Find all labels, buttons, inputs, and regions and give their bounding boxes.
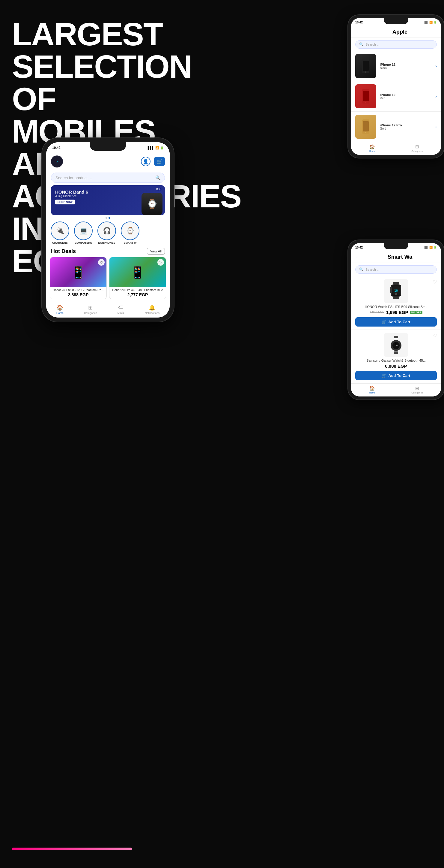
samsung-add-label: Add To Cart bbox=[388, 373, 410, 378]
nav-categories[interactable]: ⊞ Categories bbox=[84, 304, 97, 314]
svg-rect-7 bbox=[363, 121, 369, 131]
smartwatch-phone-screen: 10.42 ▌▌ 📶 🔋 ← Smart Wa 🔍 Search ... bbox=[351, 243, 441, 397]
apple-time: 10.42 bbox=[355, 21, 363, 24]
iphone-gold-chevron-icon: › bbox=[435, 124, 437, 129]
notifications-icon: 🔔 bbox=[149, 304, 155, 311]
iphone-gold-name: iPhone 12 Pro bbox=[380, 123, 435, 127]
search-bar[interactable]: Search for product ... 🔍 bbox=[51, 173, 165, 183]
apple-search-placeholder: Search ... bbox=[366, 42, 380, 46]
svg-rect-1 bbox=[363, 61, 369, 71]
samsung-watch-wishlist-icon[interactable]: ♡ bbox=[433, 333, 437, 339]
iphone-black-chevron-icon: › bbox=[435, 64, 437, 68]
svg-rect-9 bbox=[393, 282, 399, 284]
cart-icon[interactable]: 🛒 bbox=[154, 157, 165, 166]
main-phone-screen: 10.42 ▌▌▌ 📶 🔋 D+ 👤 🛒 bbox=[46, 142, 170, 317]
apple-battery-icon: 🔋 bbox=[434, 21, 437, 24]
app-logo: D+ bbox=[51, 155, 63, 167]
svg-rect-15 bbox=[393, 297, 399, 299]
samsung-watch-price: 6,888 EGP bbox=[385, 364, 407, 369]
svg-rect-4 bbox=[363, 91, 369, 101]
dot-2 bbox=[108, 217, 110, 219]
app-header-icons: 👤 🛒 bbox=[141, 157, 165, 166]
honor-watch-card[interactable]: ♡ 10 08 HONOR Watch ES HES-B09 Silicone … bbox=[351, 276, 441, 330]
apple-bottom-nav: 🏠 Home ⊞ Categories bbox=[351, 142, 441, 155]
deals-label: Deals bbox=[117, 311, 125, 314]
apple-page-title: Apple bbox=[363, 29, 437, 35]
svg-rect-23 bbox=[394, 351, 398, 354]
back-button[interactable]: ← bbox=[355, 29, 361, 35]
apple-nav-categories[interactable]: ⊞ Categories bbox=[411, 144, 423, 152]
battery-icon: 🔋 bbox=[160, 146, 164, 150]
iphone-gold-image bbox=[355, 115, 376, 139]
sw-search-placeholder: Search ... bbox=[366, 268, 380, 271]
product-name-2: Honor 20 Lite 4G 128G Phantom Blue bbox=[109, 287, 166, 292]
computers-label: COMPUTERS bbox=[75, 241, 92, 244]
sw-search-icon: 🔍 bbox=[359, 268, 364, 272]
apple-signal-icon: ▌▌ bbox=[424, 21, 429, 24]
sw-nav-home[interactable]: 🏠 Home bbox=[369, 386, 375, 394]
iphone-black-info: iPhone 12 Black bbox=[380, 63, 435, 70]
category-earphones[interactable]: 🎧 EARPHONES bbox=[96, 221, 117, 244]
sw-back-button[interactable]: ← bbox=[355, 254, 361, 260]
main-status-bar: 10.42 ▌▌▌ 📶 🔋 bbox=[46, 142, 170, 153]
svg-rect-16 bbox=[390, 287, 392, 293]
hot-deals-header: Hot Deals View All bbox=[46, 246, 170, 256]
sw-page-title: Smart Wa bbox=[363, 254, 437, 260]
apple-wifi-icon: 📶 bbox=[429, 21, 433, 24]
category-smartwatch[interactable]: ⌚ SMART W bbox=[119, 221, 141, 244]
honor-watch-wishlist-icon[interactable]: ♡ bbox=[433, 279, 437, 285]
nav-notifications[interactable]: 🔔 Notifications bbox=[145, 304, 160, 314]
home-label: Home bbox=[56, 312, 64, 314]
profile-icon[interactable]: 👤 bbox=[141, 157, 150, 166]
app-header: D+ 👤 🛒 bbox=[46, 153, 170, 170]
iphone-black-color: Black bbox=[380, 66, 435, 70]
sw-home-label: Home bbox=[369, 392, 375, 394]
iphone-red-chevron-icon: › bbox=[435, 94, 437, 99]
apple-status-bar: 10.42 ▌▌ 📶 🔋 bbox=[351, 18, 441, 26]
banner-product-image: ⌚ bbox=[141, 193, 163, 215]
category-computers[interactable]: 💻 COMPUTERS bbox=[73, 221, 94, 244]
sw-search-bar[interactable]: 🔍 Search ... bbox=[355, 265, 437, 274]
sw-nav-categories[interactable]: ⊞ Categories bbox=[411, 386, 423, 394]
samsung-watch-card[interactable]: ♡ Samsung Galaxy Watch3 Bluetooth 45... … bbox=[351, 330, 441, 383]
svg-rect-17 bbox=[394, 336, 398, 338]
apple-phone-screen: 10.42 ▌▌ 📶 🔋 ← Apple 🔍 Search ... bbox=[351, 18, 441, 155]
samsung-watch-add-to-cart[interactable]: 🛒 Add To Cart bbox=[355, 371, 437, 380]
samsung-watch-name: Samsung Galaxy Watch3 Bluetooth 45... bbox=[355, 359, 437, 362]
hero-line2: SELECTION OF MOBILES bbox=[12, 48, 192, 150]
computers-icon-circle: 💻 bbox=[74, 221, 93, 240]
honor-watch-add-to-cart[interactable]: 🛒 Add To Cart bbox=[355, 317, 437, 327]
apple-categories-icon: ⊞ bbox=[415, 144, 419, 150]
product-card-1[interactable]: 📱 ♡ Honor 20 Lite 4G 128G Phantom Re... … bbox=[50, 257, 107, 299]
accent-bar bbox=[12, 847, 132, 850]
apple-product-3[interactable]: iPhone 12 Pro Gold › bbox=[351, 112, 441, 142]
sw-app-header: ← Smart Wa bbox=[351, 251, 441, 263]
iphone-red-info: iPhone 12 Red bbox=[380, 93, 435, 100]
iphone-red-image bbox=[355, 84, 376, 108]
view-all-button[interactable]: View All bbox=[147, 248, 165, 254]
product-card-2[interactable]: 📱 ♡ Honor 20 Lite 4G 128G Phantom Blue 2… bbox=[109, 257, 166, 299]
smartwatch-phone-frame: 10.42 ▌▌ 📶 🔋 ← Smart Wa 🔍 Search ... bbox=[348, 240, 444, 400]
samsung-cart-icon: 🛒 bbox=[382, 373, 386, 378]
sw-notch bbox=[384, 243, 408, 249]
apple-nav-home[interactable]: 🏠 Home bbox=[369, 144, 375, 152]
products-row: 📱 ♡ Honor 20 Lite 4G 128G Phantom Re... … bbox=[46, 256, 170, 302]
iphone-red-name: iPhone 12 bbox=[380, 93, 435, 97]
nav-deals[interactable]: 🏷 Deals bbox=[117, 304, 125, 314]
main-phone-frame: 10.42 ▌▌▌ 📶 🔋 D+ 👤 🛒 bbox=[42, 138, 174, 322]
wishlist-button-1[interactable]: ♡ bbox=[98, 259, 105, 266]
svg-text:10: 10 bbox=[394, 289, 398, 292]
iphone-black-image bbox=[355, 54, 376, 78]
status-icons: ▌▌▌ 📶 🔋 bbox=[148, 146, 164, 150]
apple-product-2[interactable]: iPhone 12 Red › bbox=[351, 81, 441, 112]
wishlist-button-2[interactable]: ♡ bbox=[158, 259, 164, 266]
nav-home[interactable]: 🏠 Home bbox=[56, 304, 64, 314]
apple-product-1[interactable]: iPhone 12 Black › bbox=[351, 51, 441, 81]
shop-now-button[interactable]: SHOP NOW bbox=[55, 199, 75, 205]
samsung-watch-image bbox=[384, 333, 408, 357]
apple-search-bar[interactable]: 🔍 Search ... bbox=[355, 40, 437, 49]
banner-dots bbox=[46, 217, 170, 219]
category-chargers[interactable]: 🔌 CHARGERS bbox=[49, 221, 71, 244]
smartwatch-icon-circle: ⌚ bbox=[121, 221, 139, 240]
smartwatch-label: SMART W bbox=[124, 241, 137, 244]
